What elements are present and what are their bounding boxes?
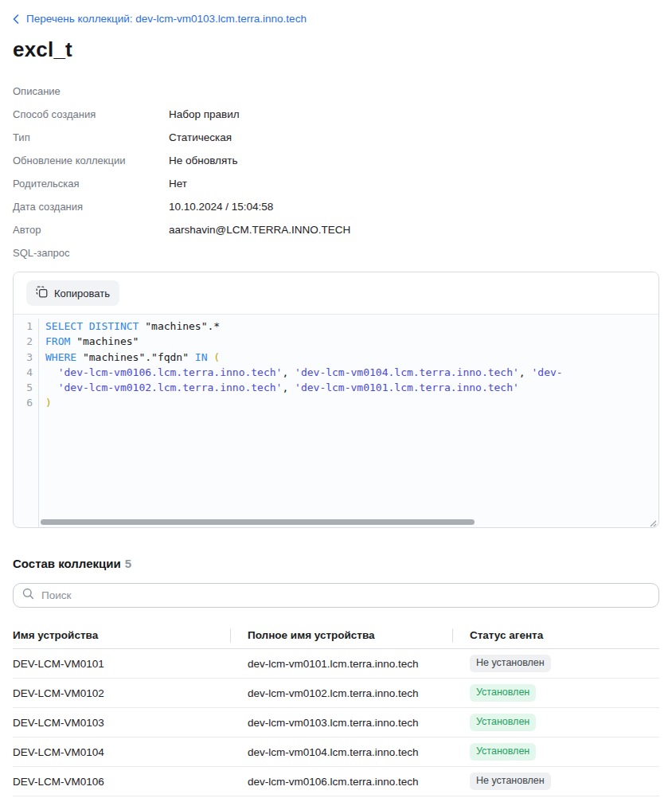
detail-row: Дата создания10.10.2024 / 15:04:58 [13,195,659,218]
code-token: 'dev-lcm-vm0101.lcm.terra.inno.tech' [295,381,519,393]
code-token: IN [195,351,208,363]
line-number-gutter: 123456 [14,319,39,528]
detail-row: Описание [13,80,659,103]
detail-label: Обновление коллекции [13,155,169,166]
collection-members-title: Состав коллекции [13,557,121,570]
code-token: 'dev- [532,366,563,378]
detail-value: Не обновлять [169,155,237,166]
line-number: 2 [14,334,33,349]
code-line: SELECT DISTINCT "machines".* [45,319,658,334]
chevron-left-icon [13,14,19,24]
table-body: DEV-LCM-VM0101dev-lcm-vm0101.lcm.terra.i… [13,649,659,796]
detail-value: Статическая [169,131,232,143]
table-row: DEV-LCM-VM0106dev-lcm-vm0106.lcm.terra.i… [13,767,659,796]
code-token: 'dev-lcm-vm0104.lcm.terra.inno.tech' [295,366,519,378]
collection-detail-page: Перечень коллекций: dev-lcm-vm0103.lcm.t… [0,0,672,806]
status-badge: Установлен [470,684,536,702]
line-number: 6 [14,395,33,410]
detail-row: SQL-запрос [13,241,659,264]
column-header-agent-status: Статус агента [452,629,659,641]
device-name-cell: DEV-LCM-VM0101 [13,658,230,670]
table-row: DEV-LCM-VM0101dev-lcm-vm0101.lcm.terra.i… [13,649,659,679]
column-header-fqdn: Полное имя устройства [230,629,452,641]
detail-row: Способ созданияНабор правил [13,103,659,126]
column-header-device-name: Имя устройства [13,629,230,641]
code-token: SELECT [45,320,83,332]
collection-members-heading: Состав коллекции5 [13,557,659,570]
code-line: WHERE "machines"."fqdn" IN ( [45,350,658,365]
code-token: "machines" [70,335,139,347]
device-fqdn-cell: dev-lcm-vm0106.lcm.terra.inno.tech [230,776,452,788]
detail-row: Обновление коллекцииНе обновлять [13,149,659,172]
copy-button[interactable]: Копировать [26,280,119,306]
device-name-cell: DEV-LCM-VM0103 [13,717,230,729]
detail-label: Автор [13,224,169,236]
code-line: 'dev-lcm-vm0106.lcm.terra.inno.tech', 'd… [45,365,658,380]
device-fqdn-cell: dev-lcm-vm0104.lcm.terra.inno.tech [230,746,452,758]
table-row: DEV-LCM-VM0102dev-lcm-vm0102.lcm.terra.i… [13,679,659,708]
line-number: 4 [14,365,33,380]
sql-code-editor: 123456 SELECT DISTINCT "machines".*FROM … [14,315,658,528]
search-box[interactable] [13,583,659,608]
sql-code-lines: SELECT DISTINCT "machines".*FROM "machin… [39,319,658,528]
code-line: FROM "machines" [45,334,658,349]
code-token: DISTINCT [89,320,139,332]
breadcrumb-label[interactable]: Перечень коллекций: dev-lcm-vm0103.lcm.t… [26,13,307,25]
code-token: "machines"."fqdn" [76,351,195,363]
device-fqdn-cell: dev-lcm-vm0102.lcm.terra.inno.tech [230,687,452,699]
table-row: DEV-LCM-VM0104dev-lcm-vm0104.lcm.terra.i… [13,738,659,767]
code-token: , [282,381,295,393]
page-title: excl_t [13,37,659,62]
code-token: ( [213,351,220,363]
detail-value: Набор правил [169,108,240,120]
detail-label: Способ создания [13,108,169,120]
code-token: WHERE [45,351,76,363]
device-name-cell: DEV-LCM-VM0102 [13,687,230,699]
detail-value: Нет [169,178,187,190]
agent-status-cell: Установлен [452,714,659,731]
line-number: 3 [14,350,33,365]
line-number: 5 [14,380,33,395]
line-number: 1 [14,319,33,334]
code-line: 'dev-lcm-vm0102.lcm.terra.inno.tech', 'd… [45,380,658,395]
breadcrumb-back-link[interactable]: Перечень коллекций: dev-lcm-vm0103.lcm.t… [13,13,307,25]
agent-status-cell: Установлен [452,743,659,761]
detail-label: SQL-запрос [13,247,169,259]
detail-row: РодительскаяНет [13,172,659,195]
detail-label: Описание [13,85,169,97]
code-token: , [519,366,532,378]
status-badge: Не установлен [470,655,551,672]
horizontal-scrollbar-thumb[interactable] [41,519,475,525]
detail-row: Авторaarshavin@LCM.TERRA.INNO.TECH [13,218,659,241]
sql-toolbar: Копировать [14,272,658,315]
table-header-row: Имя устройства Полное имя устройства Ста… [13,622,659,649]
search-icon [22,588,34,603]
collection-members-count: 5 [125,557,131,570]
agent-status-cell: Не установлен [452,655,659,672]
sql-query-panel: Копировать 123456 SELECT DISTINCT "machi… [13,272,659,528]
detail-value: aarshavin@LCM.TERRA.INNO.TECH [169,224,350,236]
agent-status-cell: Не установлен [452,773,659,790]
code-token: 'dev-lcm-vm0102.lcm.terra.inno.tech' [58,381,283,393]
detail-label: Тип [13,131,169,143]
code-token [45,366,58,378]
code-token: ) [45,397,52,409]
device-fqdn-cell: dev-lcm-vm0101.lcm.terra.inno.tech [230,658,452,670]
agent-status-cell: Установлен [452,684,659,702]
details-list: ОписаниеСпособ созданияНабор правилТипСт… [13,80,659,264]
copy-icon [36,286,48,300]
table-row: DEV-LCM-VM0103dev-lcm-vm0103.lcm.terra.i… [13,708,659,738]
detail-value: 10.10.2024 / 15:04:58 [169,201,273,213]
code-token: FROM [45,335,70,347]
detail-label: Дата создания [13,201,169,213]
device-name-cell: DEV-LCM-VM0104 [13,746,230,758]
status-badge: Установлен [470,743,536,761]
code-token: "machines".* [139,320,220,332]
code-token: , [282,366,295,378]
resize-grip-icon[interactable] [648,516,657,528]
device-table: Имя устройства Полное имя устройства Ста… [13,622,659,796]
device-name-cell: DEV-LCM-VM0106 [13,776,230,788]
status-badge: Установлен [470,714,536,731]
code-token: 'dev-lcm-vm0106.lcm.terra.inno.tech' [58,366,283,378]
search-input[interactable] [41,589,650,601]
